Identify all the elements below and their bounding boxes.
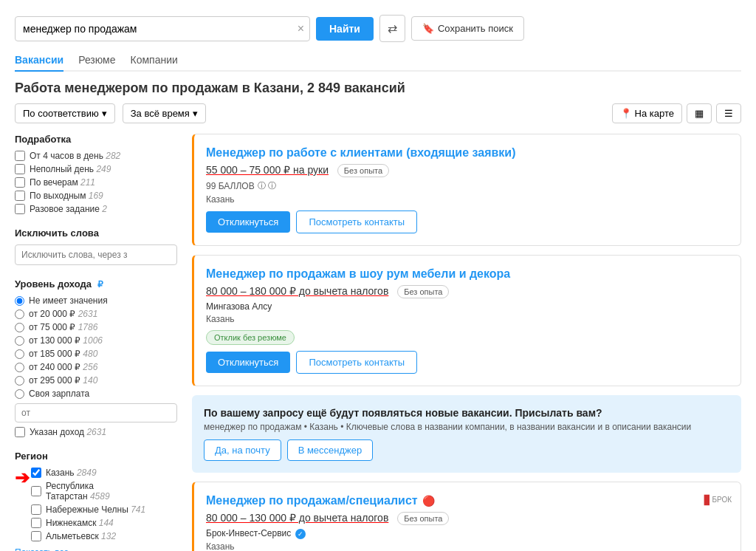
map-view-button[interactable]: 📍 На карте bbox=[612, 103, 682, 123]
income-185k-radio[interactable] bbox=[15, 349, 24, 359]
respond-button-1[interactable]: Откликнуться bbox=[206, 211, 290, 233]
exclude-title: Исключить слова bbox=[15, 227, 177, 239]
notification-actions: Да, на почту В мессенджер bbox=[204, 439, 729, 461]
chevron-down-icon: ▾ bbox=[193, 108, 198, 119]
region-kazan-checkbox[interactable] bbox=[31, 468, 41, 478]
income-indicated-count: 2631 bbox=[86, 427, 106, 437]
part-time-task-checkbox[interactable] bbox=[15, 204, 25, 214]
tab-companies[interactable]: Компании bbox=[131, 49, 178, 72]
region-chelny-checkbox[interactable] bbox=[31, 504, 41, 515]
experience-badge-1: Без опыта bbox=[337, 164, 389, 177]
map-label: На карте bbox=[635, 108, 674, 119]
part-time-title: Подработка bbox=[15, 134, 177, 145]
respond-button-2[interactable]: Откликнуться bbox=[206, 352, 290, 373]
job-card-1: Менеджер по работе с клиентами (входящие… bbox=[192, 134, 741, 246]
part-time-halfday-label[interactable]: Неполный день 249 bbox=[30, 164, 111, 174]
experience-badge-2: Без опыта bbox=[397, 285, 449, 298]
part-time-weekends-label[interactable]: По выходным 169 bbox=[30, 191, 103, 201]
filter-button[interactable]: ⇄ bbox=[379, 15, 405, 42]
grid-icon: ▦ bbox=[695, 108, 704, 119]
company-logo-3: ▮ БРОК bbox=[703, 491, 732, 507]
income-295k-label[interactable]: от 295 000 ₽ 140 bbox=[29, 375, 97, 386]
income-custom: Своя зарплата bbox=[15, 389, 177, 399]
income-20k-count: 2631 bbox=[78, 309, 98, 319]
income-130k-label[interactable]: от 130 000 ₽ 1006 bbox=[29, 335, 103, 346]
income-no-matter-label[interactable]: Не имеет значения bbox=[29, 295, 108, 306]
list-item: Неполный день 249 bbox=[15, 164, 177, 174]
part-time-4hours-checkbox[interactable] bbox=[15, 151, 25, 161]
part-time-halfday-count: 249 bbox=[96, 164, 111, 174]
job-company-3: Брок-Инвест-Сервис ✓ bbox=[206, 528, 729, 539]
find-button[interactable]: Найти bbox=[316, 17, 374, 41]
region-chelny-count: 741 bbox=[131, 504, 145, 515]
job-company-2: Мингазова Алсу bbox=[206, 301, 729, 312]
sidebar-exclude-section: Исключить слова bbox=[15, 227, 177, 265]
region-nizhnekamsk-label[interactable]: Нижнекамск 144 bbox=[46, 518, 114, 528]
income-indicated-label[interactable]: Указан доход 2631 bbox=[30, 427, 106, 437]
income-from-input[interactable] bbox=[15, 403, 177, 422]
salary-text-3: 80 000 – 130 000 ₽ до вычета налогов bbox=[206, 512, 388, 524]
region-kazan: Казань 2849 bbox=[31, 468, 177, 478]
red-arrow-indicator: ➔ bbox=[15, 468, 31, 488]
income-custom-radio[interactable] bbox=[15, 389, 24, 399]
region-title: Регион bbox=[15, 451, 177, 462]
part-time-evenings-count: 211 bbox=[80, 177, 95, 188]
sort-relevance-button[interactable]: По соответствию ▾ bbox=[15, 103, 115, 123]
region-tatarstan-label[interactable]: РеспубликаТатарстан 4589 bbox=[46, 481, 110, 502]
grid-view-button[interactable]: ▦ bbox=[687, 103, 712, 123]
income-20k-radio[interactable] bbox=[15, 309, 24, 319]
job-title-3[interactable]: Менеджер по продажам/специалист bbox=[206, 494, 418, 507]
income-75k-radio[interactable] bbox=[15, 323, 24, 332]
income-295k-radio[interactable] bbox=[15, 376, 24, 386]
region-nizhnekamsk-checkbox[interactable] bbox=[31, 518, 41, 528]
tab-vacancies[interactable]: Вакансии bbox=[15, 49, 63, 72]
income-240k-radio[interactable] bbox=[15, 363, 24, 372]
main-layout: Подработка От 4 часов в день 282 Неполны… bbox=[15, 134, 741, 551]
part-time-halfday-checkbox[interactable] bbox=[15, 164, 25, 174]
region-almetyevsk: Альметьевск 132 bbox=[31, 531, 177, 541]
part-time-4hours-label[interactable]: От 4 часов в день 282 bbox=[30, 151, 120, 161]
region-almetyevsk-label[interactable]: Альметьевск 132 bbox=[46, 531, 116, 541]
map-icon: 📍 bbox=[620, 108, 632, 119]
region-tatarstan-count: 4589 bbox=[90, 491, 110, 502]
job-title-1[interactable]: Менеджер по работе с клиентами (входящие… bbox=[206, 146, 516, 159]
list-item: Разовое задание 2 bbox=[15, 204, 177, 214]
part-time-weekends-checkbox[interactable] bbox=[15, 191, 25, 201]
page-title: Работа менеджером по продажам в Казани, … bbox=[15, 81, 741, 96]
messenger-notification-button[interactable]: В мессенджер bbox=[287, 439, 374, 461]
income-185k-label[interactable]: от 185 000 ₽ 480 bbox=[29, 349, 97, 359]
region-almetyevsk-checkbox[interactable] bbox=[31, 531, 41, 541]
job-salary-3: 80 000 – 130 000 ₽ до вычета налогов Без… bbox=[206, 512, 729, 525]
income-indicated-checkbox[interactable] bbox=[15, 427, 25, 437]
income-185k-count: 480 bbox=[83, 349, 97, 359]
region-tatarstan-checkbox[interactable] bbox=[31, 486, 41, 496]
tab-resume[interactable]: Резюме bbox=[78, 49, 115, 72]
income-75k-label[interactable]: от 75 000 ₽ 1786 bbox=[29, 322, 97, 332]
region-kazan-label[interactable]: Казань 2849 bbox=[46, 468, 97, 478]
search-input[interactable] bbox=[15, 16, 310, 41]
income-no-matter-radio[interactable] bbox=[15, 296, 24, 306]
income-240k-label[interactable]: от 240 000 ₽ 256 bbox=[29, 362, 97, 372]
part-time-task-label[interactable]: Разовое задание 2 bbox=[30, 204, 107, 214]
income-130k-radio[interactable] bbox=[15, 336, 24, 346]
list-item: По выходным 169 bbox=[15, 191, 177, 201]
email-notification-button[interactable]: Да, на почту bbox=[204, 439, 281, 461]
region-chelny-label[interactable]: Набережные Челны 741 bbox=[46, 504, 145, 515]
contacts-button-2[interactable]: Посмотреть контакты bbox=[296, 351, 417, 374]
show-all-regions-link[interactable]: Показать все bbox=[15, 547, 177, 551]
contacts-button-1[interactable]: Посмотреть контакты bbox=[296, 211, 417, 233]
save-search-button[interactable]: 🔖 Сохранить поиск bbox=[411, 16, 524, 41]
income-20k-label[interactable]: от 20 000 ₽ 2631 bbox=[29, 309, 97, 319]
clear-search-icon[interactable]: × bbox=[298, 22, 304, 35]
sort-period-button[interactable]: За всё время ▾ bbox=[123, 103, 206, 123]
income-custom-label[interactable]: Своя зарплата bbox=[29, 389, 89, 399]
job-title-2[interactable]: Менеджер по продажам в шоу рум мебели и … bbox=[206, 267, 510, 280]
part-time-evenings-checkbox[interactable] bbox=[15, 177, 25, 188]
income-20k: от 20 000 ₽ 2631 bbox=[15, 309, 177, 319]
part-time-evenings-label[interactable]: По вечерам 211 bbox=[30, 177, 95, 188]
no-resume-badge-2: Отклик без резюме bbox=[206, 330, 295, 345]
exclude-input[interactable] bbox=[15, 244, 177, 265]
sidebar: Подработка От 4 часов в день 282 Неполны… bbox=[15, 134, 177, 551]
ruble-icon: ₽ bbox=[97, 279, 103, 290]
list-view-button[interactable]: ☰ bbox=[716, 103, 741, 123]
